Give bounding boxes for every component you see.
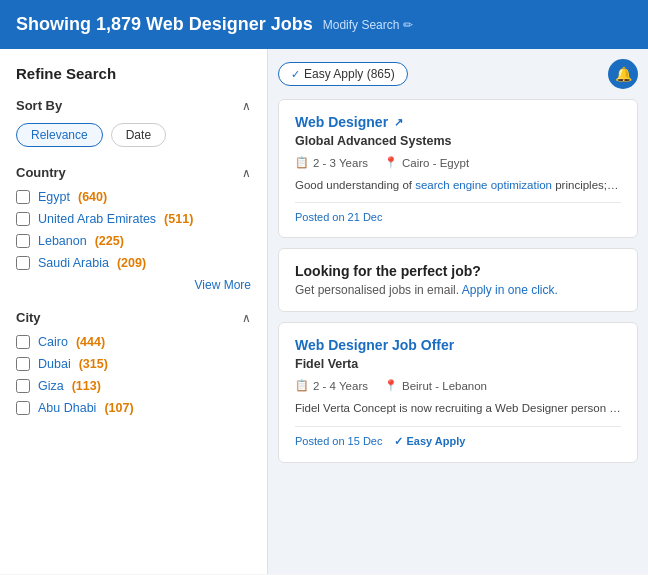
country-lebanon-checkbox[interactable] bbox=[16, 234, 30, 248]
country-egypt-count: (640) bbox=[78, 190, 107, 204]
country-lebanon: Lebanon (225) bbox=[16, 234, 251, 248]
calendar-icon-1: 📋 bbox=[295, 156, 309, 169]
experience-1: 📋 2 - 3 Years bbox=[295, 156, 368, 169]
sort-by-label: Sort By bbox=[16, 98, 62, 113]
country-egypt: Egypt (640) bbox=[16, 190, 251, 204]
main-layout: Refine Search Sort By ∧ Relevance Date C… bbox=[0, 49, 648, 574]
city-section: City ∧ Cairo (444) Dubai (315) Giza (113… bbox=[16, 310, 251, 415]
city-dubai-count: (315) bbox=[79, 357, 108, 371]
promo-subtitle: Get personalised jobs in email. Apply in… bbox=[295, 283, 621, 297]
city-abudhabi-checkbox[interactable] bbox=[16, 401, 30, 415]
external-link-icon-1: ↗ bbox=[394, 116, 403, 129]
city-giza-checkbox[interactable] bbox=[16, 379, 30, 393]
job-title-1: Web Designer ↗ bbox=[295, 114, 621, 130]
page-header: Showing 1,879 Web Designer Jobs Modify S… bbox=[0, 0, 648, 49]
country-egypt-name: Egypt bbox=[38, 190, 70, 204]
job-title-text-1[interactable]: Web Designer bbox=[295, 114, 388, 130]
city-chevron-icon: ∧ bbox=[242, 311, 251, 325]
country-header: Country ∧ bbox=[16, 165, 251, 180]
sort-chevron-icon: ∧ bbox=[242, 99, 251, 113]
notification-button[interactable]: 🔔 bbox=[608, 59, 638, 89]
easy-apply-check-icon: ✓ bbox=[291, 68, 300, 81]
city-dubai-checkbox[interactable] bbox=[16, 357, 30, 371]
calendar-icon-2: 📋 bbox=[295, 379, 309, 392]
posted-date-1: Posted on 21 Dec bbox=[295, 211, 621, 223]
country-uae: United Arab Emirates (511) bbox=[16, 212, 251, 226]
city-giza: Giza (113) bbox=[16, 379, 251, 393]
country-label: Country bbox=[16, 165, 66, 180]
desc-highlight-1: search engine optimization bbox=[415, 179, 552, 191]
easy-apply-check-icon-2: ✓ bbox=[394, 435, 403, 448]
promo-link[interactable]: Apply in one click. bbox=[462, 283, 558, 297]
experience-2: 📋 2 - 4 Years bbox=[295, 379, 368, 392]
location-text-1: Cairo - Egypt bbox=[402, 157, 469, 169]
job-desc-1: Good understanding of search engine opti… bbox=[295, 177, 621, 194]
job-card-2: Web Designer Job Offer Fidel Verta 📋 2 -… bbox=[278, 322, 638, 462]
city-dubai: Dubai (315) bbox=[16, 357, 251, 371]
modify-search-label: Modify Search bbox=[323, 18, 400, 32]
location-icon-1: 📍 bbox=[384, 156, 398, 169]
pencil-icon: ✏ bbox=[403, 18, 413, 32]
city-cairo-count: (444) bbox=[76, 335, 105, 349]
job-title-text-2[interactable]: Web Designer Job Offer bbox=[295, 337, 454, 353]
country-chevron-icon: ∧ bbox=[242, 166, 251, 180]
filter-bar: ✓ Easy Apply (865) 🔔 bbox=[278, 59, 638, 89]
promo-title: Looking for the perfect job? bbox=[295, 263, 621, 279]
city-giza-name: Giza bbox=[38, 379, 64, 393]
city-giza-count: (113) bbox=[72, 379, 101, 393]
easy-apply-filter[interactable]: ✓ Easy Apply (865) bbox=[278, 62, 408, 86]
company-name-1: Global Advanced Systems bbox=[295, 134, 621, 148]
sort-relevance-button[interactable]: Relevance bbox=[16, 123, 103, 147]
country-uae-checkbox[interactable] bbox=[16, 212, 30, 226]
posted-date-2: Posted on 15 Dec bbox=[295, 435, 382, 447]
country-saudi-name: Saudi Arabia bbox=[38, 256, 109, 270]
sidebar-title: Refine Search bbox=[16, 65, 251, 82]
job-card-1: Web Designer ↗ Global Advanced Systems 📋… bbox=[278, 99, 638, 238]
sort-date-button[interactable]: Date bbox=[111, 123, 166, 147]
country-saudi-checkbox[interactable] bbox=[16, 256, 30, 270]
country-saudi: Saudi Arabia (209) bbox=[16, 256, 251, 270]
easy-apply-label: Easy Apply (865) bbox=[304, 67, 395, 81]
sidebar: Refine Search Sort By ∧ Relevance Date C… bbox=[0, 49, 268, 574]
country-saudi-count: (209) bbox=[117, 256, 146, 270]
easy-apply-text-2: Easy Apply bbox=[406, 435, 465, 447]
job-meta-1: 📋 2 - 3 Years 📍 Cairo - Egypt bbox=[295, 156, 621, 169]
company-name-2: Fidel Verta bbox=[295, 357, 621, 371]
promo-card: Looking for the perfect job? Get persona… bbox=[278, 248, 638, 312]
country-section: Country ∧ Egypt (640) United Arab Emirat… bbox=[16, 165, 251, 292]
easy-apply-badge-2[interactable]: ✓ Easy Apply bbox=[394, 435, 465, 448]
country-lebanon-name: Lebanon bbox=[38, 234, 87, 248]
job-title-2: Web Designer Job Offer bbox=[295, 337, 621, 353]
city-label: City bbox=[16, 310, 41, 325]
country-view-more[interactable]: View More bbox=[16, 278, 251, 292]
country-uae-count: (511) bbox=[164, 212, 193, 226]
experience-text-2: 2 - 4 Years bbox=[313, 380, 368, 392]
bell-icon: 🔔 bbox=[615, 66, 632, 82]
city-dubai-name: Dubai bbox=[38, 357, 71, 371]
city-cairo-name: Cairo bbox=[38, 335, 68, 349]
location-1: 📍 Cairo - Egypt bbox=[384, 156, 469, 169]
city-abudhabi-name: Abu Dhabi bbox=[38, 401, 96, 415]
job-listings: ✓ Easy Apply (865) 🔔 Web Designer ↗ Glob… bbox=[268, 49, 648, 574]
job-footer-2: Posted on 15 Dec ✓ Easy Apply bbox=[295, 435, 621, 448]
location-icon-2: 📍 bbox=[384, 379, 398, 392]
location-2: 📍 Beirut - Lebanon bbox=[384, 379, 487, 392]
city-header: City ∧ bbox=[16, 310, 251, 325]
job-meta-2: 📋 2 - 4 Years 📍 Beirut - Lebanon bbox=[295, 379, 621, 392]
city-abudhabi: Abu Dhabi (107) bbox=[16, 401, 251, 415]
city-cairo: Cairo (444) bbox=[16, 335, 251, 349]
city-abudhabi-count: (107) bbox=[104, 401, 133, 415]
city-cairo-checkbox[interactable] bbox=[16, 335, 30, 349]
modify-search-link[interactable]: Modify Search ✏ bbox=[323, 18, 414, 32]
country-egypt-checkbox[interactable] bbox=[16, 190, 30, 204]
sort-by-section: Sort By ∧ Relevance Date bbox=[16, 98, 251, 147]
sort-options: Relevance Date bbox=[16, 123, 251, 147]
page-title: Showing 1,879 Web Designer Jobs bbox=[16, 14, 313, 35]
experience-text-1: 2 - 3 Years bbox=[313, 157, 368, 169]
country-uae-name: United Arab Emirates bbox=[38, 212, 156, 226]
job-desc-2: Fidel Verta Concept is now recruiting a … bbox=[295, 400, 621, 417]
country-lebanon-count: (225) bbox=[95, 234, 124, 248]
sort-by-header: Sort By ∧ bbox=[16, 98, 251, 113]
location-text-2: Beirut - Lebanon bbox=[402, 380, 487, 392]
